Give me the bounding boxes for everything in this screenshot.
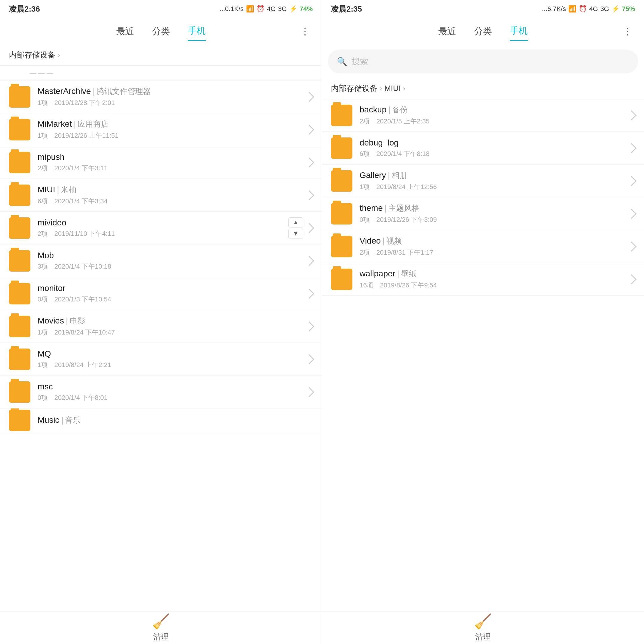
folder-meta: 1项 2019/8/24 上午2:21 xyxy=(38,360,306,369)
folder-meta: 3项 2020/1/4 下午10:18 xyxy=(38,262,306,271)
folder-icon xyxy=(9,410,30,431)
right-tab-recent[interactable]: 最近 xyxy=(438,22,456,41)
left-breadcrumb: 内部存储设备 › xyxy=(0,45,322,66)
folder-meta: 2项 2020/1/5 上午2:35 xyxy=(360,117,628,126)
folder-name: debug_log xyxy=(360,138,628,148)
folder-name: MasterArchive|腾讯文件管理器 xyxy=(38,86,306,97)
clean-icon: 🧹 xyxy=(152,613,170,630)
folder-info: MQ 1项 2019/8/24 上午2:21 xyxy=(38,349,306,369)
left-battery: 74% xyxy=(300,5,313,13)
folder-masterarchive[interactable]: MasterArchive|腾讯文件管理器 1项 2019/12/28 下午2:… xyxy=(0,81,322,113)
folder-meta: 0项 2019/12/26 下午3:09 xyxy=(360,215,628,224)
folder-icon xyxy=(331,105,352,126)
folder-debug-log[interactable]: debug_log 6项 2020/1/4 下午8:18 xyxy=(322,132,644,165)
folder-msc[interactable]: msc 0项 2020/1/4 下午8:01 xyxy=(0,376,322,408)
folder-mimarket[interactable]: MiMarket|应用商店 1项 2019/12/26 上午11:51 xyxy=(0,113,322,146)
folder-name: MQ xyxy=(38,349,306,359)
folder-info: wallpaper|壁纸 16项 2019/8/26 下午9:54 xyxy=(360,269,628,290)
right-signal-icon: 📶 xyxy=(568,5,576,13)
left-more-button[interactable]: ⋮ xyxy=(300,26,310,37)
chevron-right-icon xyxy=(304,321,314,332)
chevron-right-icon xyxy=(304,92,314,102)
folder-name: mipush xyxy=(38,152,306,162)
folder-name: Music|音乐 xyxy=(38,415,313,425)
folder-theme[interactable]: theme|主题风格 0项 2019/12/26 下午3:09 xyxy=(322,197,644,230)
right-breadcrumb-arrow-2: › xyxy=(403,85,405,92)
left-tab-phone[interactable]: 手机 xyxy=(188,22,206,41)
right-tab-phone[interactable]: 手机 xyxy=(510,22,528,41)
folder-info: theme|主题风格 0项 2019/12/26 下午3:09 xyxy=(360,203,628,224)
folder-name: Mob xyxy=(38,251,306,260)
folder-name: msc xyxy=(38,382,306,391)
folder-icon xyxy=(331,269,352,290)
folder-name: monitor xyxy=(38,284,306,293)
left-breadcrumb-path: 内部存储设备 xyxy=(9,50,55,60)
left-clean-button[interactable]: 🧹 清理 xyxy=(152,613,170,642)
right-bottom-bar: 🧹 清理 xyxy=(322,611,644,644)
right-3g-icon: 3G xyxy=(600,5,609,13)
left-3g-icon: 3G xyxy=(278,5,287,13)
left-signal-icon: 📶 xyxy=(246,5,254,13)
folder-icon xyxy=(9,250,30,272)
chevron-right-icon xyxy=(304,125,314,135)
folder-mq[interactable]: MQ 1项 2019/8/24 上午2:21 xyxy=(0,343,322,376)
left-status-time: 凌晨2:36 xyxy=(9,4,40,14)
chevron-right-icon xyxy=(626,143,637,153)
folder-meta: 0项 2020/1/4 下午8:01 xyxy=(38,393,306,402)
chevron-right-icon xyxy=(626,110,637,120)
left-partial-item: — — — xyxy=(0,66,322,81)
right-breadcrumb-arrow-1: › xyxy=(380,85,382,92)
scroll-up-button[interactable]: ▲ xyxy=(288,217,303,227)
chevron-right-icon xyxy=(626,209,637,219)
right-breadcrumb-sub: MIUI xyxy=(384,84,401,93)
left-tab-category[interactable]: 分类 xyxy=(152,22,170,41)
folder-backup[interactable]: backup|备份 2项 2020/1/5 上午2:35 xyxy=(322,99,644,132)
folder-gallery[interactable]: Gallery|相册 1项 2019/8/24 上午12:56 xyxy=(322,165,644,197)
folder-name: Gallery|相册 xyxy=(360,170,628,181)
folder-name: MiMarket|应用商店 xyxy=(38,119,306,129)
folder-info: mivideo 2项 2019/11/10 下午4:11 xyxy=(38,218,288,238)
folder-mipush[interactable]: mipush 2项 2020/1/4 下午3:11 xyxy=(0,146,322,179)
left-4g-icon: 4G xyxy=(267,5,275,13)
folder-wallpaper[interactable]: wallpaper|壁纸 16项 2019/8/26 下午9:54 xyxy=(322,263,644,296)
right-clean-button[interactable]: 🧹 清理 xyxy=(474,613,492,642)
right-battery: 75% xyxy=(622,5,635,13)
right-file-list: backup|备份 2项 2020/1/5 上午2:35 debug_log 6… xyxy=(322,99,644,611)
folder-meta: 6项 2020/1/4 下午3:34 xyxy=(38,197,306,206)
folder-info: Movies|电影 1项 2019/8/24 下午10:47 xyxy=(38,316,306,337)
folder-icon xyxy=(331,203,352,225)
folder-name: Video|视频 xyxy=(360,236,628,246)
right-clean-label: 清理 xyxy=(475,632,491,642)
right-clean-icon: 🧹 xyxy=(474,613,492,630)
right-panel: 凌晨2:35 ...6.7K/s 📶 ⏰ 4G 3G ⚡ 75% 最近 分类 手… xyxy=(322,0,644,644)
left-tab-recent[interactable]: 最近 xyxy=(116,22,134,41)
folder-mivideo[interactable]: mivideo 2项 2019/11/10 下午4:11 ▲ ▼ xyxy=(0,212,322,244)
folder-info: mipush 2项 2020/1/4 下午3:11 xyxy=(38,152,306,173)
folder-meta: 16项 2019/8/26 下午9:54 xyxy=(360,281,628,290)
folder-video[interactable]: Video|视频 2项 2019/8/31 下午1:17 xyxy=(322,230,644,263)
folder-meta: 1项 2019/8/24 上午12:56 xyxy=(360,182,628,191)
folder-icon xyxy=(331,170,352,192)
folder-icon xyxy=(9,152,30,173)
right-status-bar: 凌晨2:35 ...6.7K/s 📶 ⏰ 4G 3G ⚡ 75% xyxy=(322,0,644,18)
folder-miui[interactable]: MIUI|米柚 6项 2020/1/4 下午3:34 xyxy=(0,179,322,212)
folder-name: theme|主题风格 xyxy=(360,203,628,213)
folder-music[interactable]: Music|音乐 xyxy=(0,408,322,432)
right-tab-category[interactable]: 分类 xyxy=(474,22,492,41)
folder-movies[interactable]: Movies|电影 1项 2019/8/24 下午10:47 xyxy=(0,310,322,343)
right-network-speed: ...6.7K/s xyxy=(542,5,566,13)
right-4g-icon: 4G xyxy=(589,5,598,13)
right-breadcrumb: 内部存储设备 › MIUI › xyxy=(322,78,644,99)
folder-info: Mob 3项 2020/1/4 下午10:18 xyxy=(38,251,306,271)
folder-name: Movies|电影 xyxy=(38,316,306,326)
right-search-bar[interactable]: 🔍 搜索 xyxy=(328,49,638,73)
folder-info: MIUI|米柚 6项 2020/1/4 下午3:34 xyxy=(38,185,306,206)
search-input[interactable]: 搜索 xyxy=(352,56,368,67)
folder-icon xyxy=(9,316,30,337)
folder-mob[interactable]: Mob 3项 2020/1/4 下午10:18 xyxy=(0,244,322,277)
folder-monitor[interactable]: monitor 0项 2020/1/3 下午10:54 xyxy=(0,277,322,310)
right-more-button[interactable]: ⋮ xyxy=(623,26,632,37)
left-breadcrumb-arrow: › xyxy=(58,51,60,59)
scroll-down-button[interactable]: ▼ xyxy=(288,229,303,239)
folder-icon xyxy=(9,217,30,239)
